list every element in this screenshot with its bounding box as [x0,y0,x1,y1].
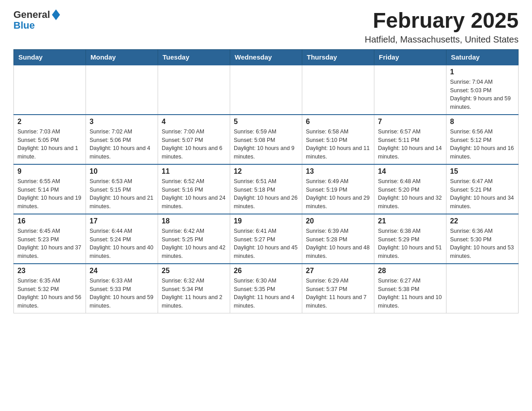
calendar-day-header: Wednesday [230,49,302,65]
day-info: Sunrise: 6:33 AMSunset: 5:33 PMDaylight:… [90,277,154,310]
day-info: Sunrise: 6:59 AMSunset: 5:08 PMDaylight:… [234,128,298,161]
day-info: Sunrise: 6:58 AMSunset: 5:10 PMDaylight:… [306,128,370,161]
calendar-day-cell [158,65,230,115]
calendar-day-cell: 11Sunrise: 6:52 AMSunset: 5:16 PMDayligh… [158,164,230,214]
day-info: Sunrise: 6:29 AMSunset: 5:37 PMDaylight:… [306,277,370,310]
calendar-day-cell [230,65,302,115]
day-number: 10 [90,167,154,176]
day-info: Sunrise: 6:30 AMSunset: 5:35 PMDaylight:… [234,277,298,310]
logo-blue: Blue [13,20,35,31]
calendar-week-row: 23Sunrise: 6:35 AMSunset: 5:32 PMDayligh… [14,264,519,313]
calendar-week-row: 1Sunrise: 7:04 AMSunset: 5:03 PMDaylight… [14,65,519,115]
calendar-day-cell: 27Sunrise: 6:29 AMSunset: 5:37 PMDayligh… [302,264,374,313]
calendar-day-cell: 7Sunrise: 6:57 AMSunset: 5:11 PMDaylight… [374,115,446,164]
logo-triangle-up [52,9,60,15]
logo: General Blue [13,9,60,31]
calendar-day-cell: 9Sunrise: 6:55 AMSunset: 5:14 PMDaylight… [14,164,86,214]
day-info: Sunrise: 6:36 AMSunset: 5:30 PMDaylight:… [450,227,515,261]
calendar-day-cell: 24Sunrise: 6:33 AMSunset: 5:33 PMDayligh… [86,264,158,313]
day-info: Sunrise: 6:35 AMSunset: 5:32 PMDaylight:… [17,277,82,310]
day-number: 23 [17,267,82,275]
day-number: 8 [450,118,515,126]
calendar-day-cell: 21Sunrise: 6:38 AMSunset: 5:29 PMDayligh… [374,214,446,264]
day-number: 27 [306,267,370,275]
calendar-day-cell: 3Sunrise: 7:02 AMSunset: 5:06 PMDaylight… [86,115,158,164]
calendar-day-cell: 5Sunrise: 6:59 AMSunset: 5:08 PMDaylight… [230,115,302,164]
day-info: Sunrise: 7:04 AMSunset: 5:03 PMDaylight:… [450,78,515,111]
day-info: Sunrise: 6:49 AMSunset: 5:19 PMDaylight:… [306,177,370,211]
calendar-day-header: Thursday [302,49,374,65]
location: Hatfield, Massachusetts, United States [365,34,519,45]
day-info: Sunrise: 6:41 AMSunset: 5:27 PMDaylight:… [234,227,298,261]
day-number: 11 [162,167,226,176]
calendar-day-cell [14,65,86,115]
calendar-day-cell: 10Sunrise: 6:53 AMSunset: 5:15 PMDayligh… [86,164,158,214]
day-info: Sunrise: 6:48 AMSunset: 5:20 PMDaylight:… [378,177,442,211]
day-info: Sunrise: 6:44 AMSunset: 5:24 PMDaylight:… [90,227,154,261]
calendar-day-cell [374,65,446,115]
day-info: Sunrise: 6:57 AMSunset: 5:11 PMDaylight:… [378,128,442,161]
calendar-day-cell: 22Sunrise: 6:36 AMSunset: 5:30 PMDayligh… [446,214,519,264]
calendar-day-cell: 17Sunrise: 6:44 AMSunset: 5:24 PMDayligh… [86,214,158,264]
day-number: 22 [450,217,515,225]
day-number: 5 [234,118,298,126]
day-number: 12 [234,167,298,176]
page-header: General Blue February 2025 Hatfield, Mas… [13,9,519,45]
calendar-day-cell: 12Sunrise: 6:51 AMSunset: 5:18 PMDayligh… [230,164,302,214]
calendar-day-cell: 15Sunrise: 6:47 AMSunset: 5:21 PMDayligh… [446,164,519,214]
day-number: 24 [90,267,154,275]
day-info: Sunrise: 6:47 AMSunset: 5:21 PMDaylight:… [450,177,515,211]
logo-triangle-down [52,15,60,20]
calendar-day-cell: 23Sunrise: 6:35 AMSunset: 5:32 PMDayligh… [14,264,86,313]
calendar-day-header: Monday [86,49,158,65]
calendar-day-cell: 6Sunrise: 6:58 AMSunset: 5:10 PMDaylight… [302,115,374,164]
calendar-day-header: Friday [374,49,446,65]
calendar-week-row: 16Sunrise: 6:45 AMSunset: 5:23 PMDayligh… [14,214,519,264]
day-number: 20 [306,217,370,225]
calendar-day-cell: 19Sunrise: 6:41 AMSunset: 5:27 PMDayligh… [230,214,302,264]
day-info: Sunrise: 7:00 AMSunset: 5:07 PMDaylight:… [162,128,226,161]
logo-general: General [13,9,50,21]
day-info: Sunrise: 6:27 AMSunset: 5:38 PMDaylight:… [378,277,442,310]
day-number: 9 [17,167,82,176]
calendar-day-cell: 28Sunrise: 6:27 AMSunset: 5:38 PMDayligh… [374,264,446,313]
day-number: 3 [90,118,154,126]
day-info: Sunrise: 6:39 AMSunset: 5:28 PMDaylight:… [306,227,370,261]
calendar-week-row: 2Sunrise: 7:03 AMSunset: 5:05 PMDaylight… [14,115,519,164]
calendar-week-row: 9Sunrise: 6:55 AMSunset: 5:14 PMDaylight… [14,164,519,214]
day-info: Sunrise: 7:03 AMSunset: 5:05 PMDaylight:… [17,128,82,161]
day-info: Sunrise: 7:02 AMSunset: 5:06 PMDaylight:… [90,128,154,161]
calendar-day-cell: 25Sunrise: 6:32 AMSunset: 5:34 PMDayligh… [158,264,230,313]
month-title: February 2025 [365,9,519,33]
calendar-day-cell: 8Sunrise: 6:56 AMSunset: 5:12 PMDaylight… [446,115,519,164]
title-section: February 2025 Hatfield, Massachusetts, U… [365,9,519,45]
day-info: Sunrise: 6:42 AMSunset: 5:25 PMDaylight:… [162,227,226,261]
day-number: 15 [450,167,515,176]
calendar-day-cell: 16Sunrise: 6:45 AMSunset: 5:23 PMDayligh… [14,214,86,264]
calendar-day-cell: 26Sunrise: 6:30 AMSunset: 5:35 PMDayligh… [230,264,302,313]
day-info: Sunrise: 6:52 AMSunset: 5:16 PMDaylight:… [162,177,226,211]
calendar-header-row: SundayMondayTuesdayWednesdayThursdayFrid… [14,49,519,65]
calendar-table: SundayMondayTuesdayWednesdayThursdayFrid… [13,49,519,313]
calendar-day-header: Tuesday [158,49,230,65]
day-number: 13 [306,167,370,176]
day-number: 2 [17,118,82,126]
day-info: Sunrise: 6:38 AMSunset: 5:29 PMDaylight:… [378,227,442,261]
logo-text: General Blue [13,9,60,31]
day-number: 16 [17,217,82,225]
day-number: 28 [378,267,442,275]
calendar-day-cell: 14Sunrise: 6:48 AMSunset: 5:20 PMDayligh… [374,164,446,214]
calendar-day-cell: 2Sunrise: 7:03 AMSunset: 5:05 PMDaylight… [14,115,86,164]
calendar-day-cell: 13Sunrise: 6:49 AMSunset: 5:19 PMDayligh… [302,164,374,214]
calendar-day-cell: 1Sunrise: 7:04 AMSunset: 5:03 PMDaylight… [446,65,519,115]
day-number: 7 [378,118,442,126]
day-number: 14 [378,167,442,176]
calendar-day-cell [446,264,519,313]
day-info: Sunrise: 6:55 AMSunset: 5:14 PMDaylight:… [17,177,82,211]
calendar-day-cell: 20Sunrise: 6:39 AMSunset: 5:28 PMDayligh… [302,214,374,264]
day-number: 19 [234,217,298,225]
day-info: Sunrise: 6:53 AMSunset: 5:15 PMDaylight:… [90,177,154,211]
day-number: 4 [162,118,226,126]
day-number: 6 [306,118,370,126]
day-info: Sunrise: 6:51 AMSunset: 5:18 PMDaylight:… [234,177,298,211]
